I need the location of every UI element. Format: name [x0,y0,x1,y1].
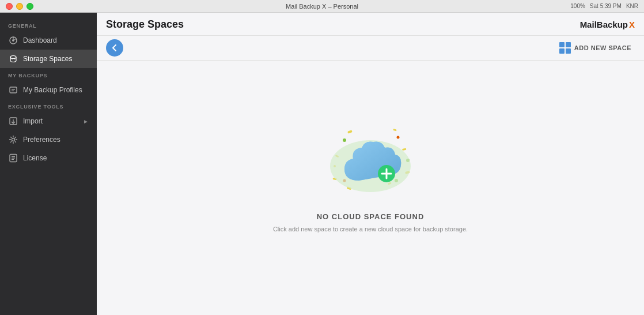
back-button[interactable] [106,39,123,57]
grid-cell-1 [559,42,565,47]
back-arrow-icon [111,44,119,52]
import-icon [8,116,18,126]
add-new-space-button[interactable]: ADD NEW SPACE [556,40,635,56]
titlebar-right: 100% Sat 5:39 PM KNR [570,3,638,9]
general-section-label: GENERAL [0,18,97,31]
toolbar: ADD NEW SPACE [97,36,644,61]
preferences-icon [8,134,18,145]
brand-name: MailBackup [580,20,628,29]
brand-logo: MailBackup X [580,20,635,29]
user-label: KNR [626,3,638,9]
svg-rect-16 [347,130,353,133]
preferences-label: Preferences [23,136,89,144]
titlebar: Mail Backup X – Personal 100% Sat 5:39 P… [0,0,644,13]
license-icon [8,153,18,163]
grid-cell-4 [566,48,571,54]
cloud-svg [313,120,428,201]
svg-point-4 [10,56,16,59]
svg-point-25 [397,136,400,139]
window-title: Mail Backup X – Personal [286,3,358,10]
dashboard-label: Dashboard [23,36,89,44]
cloud-illustration [313,120,428,201]
import-chevron-icon: ► [83,118,89,125]
empty-state: NO CLOUD SPACE FOUND Click add new space… [97,61,644,315]
storage-spaces-label: Storage Spaces [23,55,89,63]
svg-line-3 [14,39,16,40]
grid-cell-2 [566,42,571,47]
app-body: GENERAL Dashboard Storage Spac [0,13,644,315]
svg-rect-18 [402,148,406,151]
battery-indicator: 100% [570,3,585,9]
main-content: Storage Spaces MailBackup X [97,13,644,315]
my-backup-profiles-label: My Backup Profiles [23,86,89,94]
import-label: Import [23,117,78,125]
window-controls[interactable] [6,3,33,10]
add-new-space-label: ADD NEW SPACE [574,44,631,51]
svg-rect-17 [393,129,397,131]
storage-spaces-icon [8,54,18,64]
sidebar-item-dashboard[interactable]: Dashboard [0,31,97,50]
content-header: Storage Spaces MailBackup X [97,13,644,36]
sidebar-item-storage-spaces[interactable]: Storage Spaces [0,50,97,68]
svg-point-11 [12,138,15,141]
backup-profiles-icon [8,85,18,95]
header-left: Storage Spaces [106,18,184,31]
sidebar-item-preferences[interactable]: Preferences [0,130,97,149]
svg-point-24 [343,138,346,142]
maximize-button[interactable] [26,3,33,10]
page-title: Storage Spaces [106,18,184,31]
sidebar-item-my-backup-profiles[interactable]: My Backup Profiles [0,81,97,99]
sidebar-item-import[interactable]: Import ► [0,112,97,130]
clock: Sat 5:39 PM [590,3,622,9]
grid-cell-3 [559,48,565,54]
license-label: License [23,154,89,162]
add-space-grid-icon [559,42,571,54]
exclusivetools-section-label: EXCLUSIVE TOOLS [0,99,97,112]
sidebar: GENERAL Dashboard Storage Spac [0,13,97,315]
svg-point-1 [12,39,14,42]
minimize-button[interactable] [16,3,23,10]
sidebar-item-license[interactable]: License [0,149,97,167]
close-button[interactable] [6,3,13,10]
dashboard-icon [8,35,18,46]
empty-state-subtitle: Click add new space to create a new clou… [273,226,468,232]
empty-state-title: NO CLOUD SPACE FOUND [317,212,425,221]
mybackups-section-label: MY BACKUPS [0,68,97,81]
svg-rect-6 [10,87,17,93]
brand-suffix: X [629,20,635,29]
